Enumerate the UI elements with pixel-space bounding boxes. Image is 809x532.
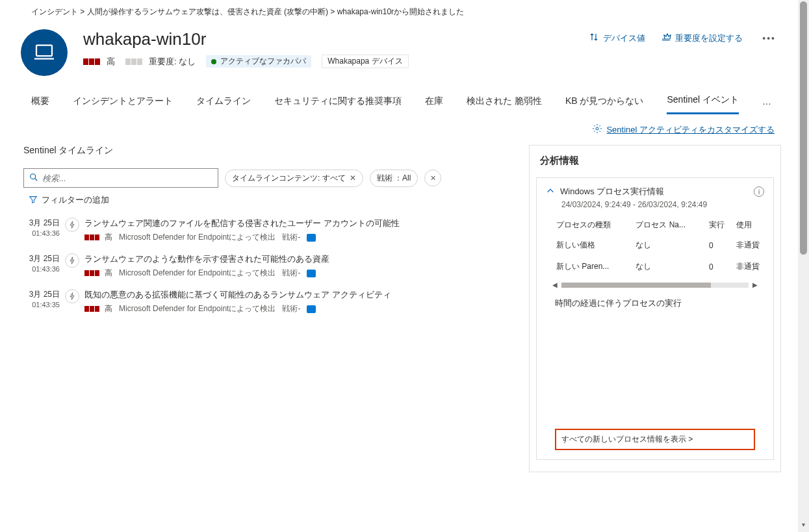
filter-tactics-pill[interactable]: 戦術 ：All (370, 170, 418, 187)
bolt-icon (65, 253, 79, 268)
insights-card: Windows プロセス実行情報 i 24/03/2024, 9:24:49 -… (536, 177, 774, 460)
filter-icon (29, 195, 38, 206)
tab-overview[interactable]: 概要 (31, 95, 49, 114)
breadcrumb[interactable]: インシデント > 人間が操作するランサムウェア攻撃は、侵害された資産 (攻撃の中… (0, 0, 793, 21)
device-group-pill: Whakapapa デバイス (322, 55, 408, 68)
scrollbar-thumb[interactable] (800, 1, 807, 255)
timeline-item[interactable]: 3月 25日01:43:36 ランサムウェアのような動作を示す侵害された可能性の… (23, 253, 513, 279)
table-row: 新しい Paren...なし0非通貨 (554, 256, 772, 277)
product-chip-icon (307, 234, 316, 242)
svg-point-1 (596, 127, 598, 130)
bolt-icon (65, 289, 79, 303)
alert-meta: 高 Microsoft Defender for Endpointによって検出 … (84, 303, 513, 314)
alert-title: ランサムウェアのような動作を示す侵害された可能性のある資産 (84, 253, 513, 265)
alert-meta: 高 Microsoft Defender for Endpointによって検出 … (84, 268, 513, 279)
search-icon (29, 173, 38, 184)
close-icon[interactable]: ✕ (350, 173, 356, 183)
timeline-timestamp: 3月 25日01:43:36 (23, 253, 60, 273)
search-input[interactable] (23, 168, 218, 188)
arrow-down-icon[interactable]: ▾ (798, 521, 809, 532)
timeline-timestamp: 3月 25日01:43:35 (23, 289, 60, 309)
laptop-icon (32, 40, 56, 66)
device-title: whakapa-win10r (83, 29, 589, 49)
info-icon[interactable]: i (754, 186, 764, 197)
chart-section-title: 時間の経過に伴うプロセスの実行 (546, 295, 764, 312)
tab-inventory[interactable]: 在庫 (425, 95, 443, 114)
device-header: whakapa-win10r 高 重要度: なし アクティブなファカパパ Wha… (0, 21, 793, 76)
tab-timeline[interactable]: タイムライン (196, 95, 251, 114)
severity-indicator: 高 (83, 56, 115, 68)
svg-point-2 (31, 173, 36, 179)
tab-sentinel-events[interactable]: Sentinel イベント (667, 94, 738, 114)
filter-contents-pill[interactable]: タイムラインコンテンツ: すべて✕ (225, 170, 363, 187)
gear-icon (592, 123, 602, 136)
card-title: Windows プロセス実行情報 (560, 186, 749, 197)
horizontal-scrollbar[interactable]: ◀ ▶ (546, 281, 764, 288)
tabs-bar: 概要 インシデントとアラート タイムライン セキュリティに関する推奨事項 在庫 … (0, 76, 793, 114)
timeline-timestamp: 3月 25日01:43:36 (23, 218, 60, 238)
alert-meta: 高 Microsoft Defender for Endpointによって検出 … (84, 232, 513, 243)
device-badge (21, 29, 68, 76)
chevron-up-icon[interactable] (546, 186, 555, 197)
alert-title: ランサムウェア関連のファイルを配信する侵害されたユーザー アカウントの可能性 (84, 218, 513, 229)
more-actions-button[interactable]: ••• (758, 33, 780, 44)
table-row: 新しい価格なし0非通貨 (554, 234, 772, 256)
crown-icon (661, 32, 671, 44)
arrow-right-icon[interactable]: ▶ (752, 281, 758, 288)
clear-filter-button[interactable]: ✕ (424, 170, 441, 186)
tab-missing-kb[interactable]: KB が見つからない (565, 95, 644, 114)
tab-incidents-alerts[interactable]: インシデントとアラート (73, 95, 173, 114)
sort-icon (589, 32, 599, 44)
set-importance-button[interactable]: 重要度を設定する (661, 32, 743, 44)
bolt-icon (65, 218, 79, 232)
product-chip-icon (307, 305, 316, 313)
show-all-processes-button[interactable]: すべての新しいプロセス情報を表示 > (555, 429, 755, 450)
tab-vulnerabilities[interactable]: 検出された 脆弱性 (467, 95, 542, 114)
tab-more[interactable]: … (762, 96, 771, 113)
vertical-scrollbar[interactable]: ▴ ▾ (798, 0, 809, 532)
timeline-list: 3月 25日01:43:36 ランサムウェア関連のファイルを配信する侵害されたユ… (23, 218, 513, 314)
timeline-item[interactable]: 3月 25日01:43:35 既知の悪意のある拡張機能に基づく可能性のあるランサ… (23, 289, 513, 314)
timeline-item[interactable]: 3月 25日01:43:36 ランサムウェア関連のファイルを配信する侵害されたユ… (23, 218, 513, 243)
active-status-pill: アクティブなファカパパ (206, 55, 311, 68)
device-value-button[interactable]: デバイス値 (589, 32, 645, 44)
process-table: プロセスの種類 プロセス Na... 実行 使用 新しい価格なし0非通貨新しい … (554, 216, 772, 277)
insights-title: 分析情報 (530, 155, 780, 173)
arrow-left-icon[interactable]: ◀ (552, 281, 558, 288)
timeline-title: Sentinel タイムライン (23, 145, 513, 157)
add-filter-button[interactable]: フィルターの追加 (23, 194, 109, 206)
svg-rect-0 (36, 45, 52, 56)
customize-activities-link[interactable]: Sentinel アクティビティをカスタマイズする (592, 123, 775, 136)
date-range: 24/03/2024, 9:24:49 - 26/03/2024, 9:24:4… (546, 197, 764, 216)
product-chip-icon (307, 270, 316, 277)
alert-title: 既知の悪意のある拡張機能に基づく可能性のあるランサムウェア アクティビティ (84, 289, 513, 301)
insights-panel: 分析情報 Windows プロセス実行情報 i 24/03/2024, 9:24… (529, 145, 781, 472)
importance-indicator: 重要度: なし (125, 56, 196, 68)
tab-security-recommendations[interactable]: セキュリティに関する推奨事項 (274, 95, 402, 114)
